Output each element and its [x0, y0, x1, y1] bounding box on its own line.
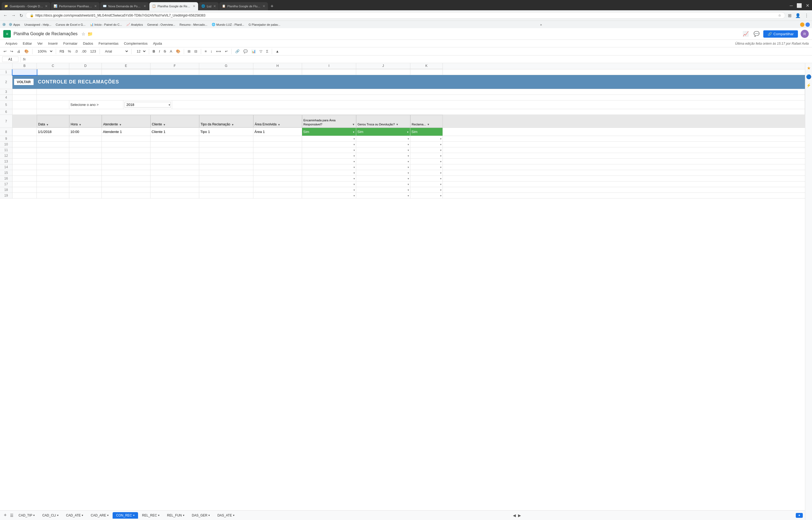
col-header-atendente[interactable]: Atendente ▼ — [102, 115, 150, 128]
filter-button[interactable]: ▽ — [258, 49, 263, 54]
menu-ferramentas[interactable]: Ferramentas — [96, 41, 121, 47]
font-size-select[interactable]: 12 — [134, 48, 147, 54]
menu-editar[interactable]: Editar — [21, 41, 34, 47]
minimize-button[interactable]: ─ — [789, 2, 794, 9]
col-header-troca[interactable]: Gerou Troca ou Devolução? ▼ — [356, 115, 410, 128]
tab-luz[interactable]: 🌐 Luz ✕ — [199, 2, 219, 10]
tab-close-performance[interactable]: ✕ — [94, 4, 97, 8]
filter-icon-reclamacao[interactable]: ▼ — [427, 123, 430, 126]
decimal1-button[interactable]: .0 — [73, 49, 79, 54]
address-bar[interactable]: 🔒 https://docs.google.com/spreadsheets/d… — [26, 12, 785, 19]
comment-icon-button[interactable]: 💬 — [752, 30, 761, 38]
cell-b3[interactable] — [12, 89, 37, 95]
cell-year-value[interactable]: 2018 ▾ — [123, 101, 172, 109]
sheet-tab-cad-are[interactable]: CAD_ARE ▾ — [87, 512, 112, 519]
cell-rest-5[interactable] — [172, 101, 805, 109]
col-header-d[interactable]: D — [69, 63, 102, 69]
paint-format-button[interactable]: 🎨 — [23, 49, 30, 54]
col-header-data[interactable]: Data ▼ — [37, 115, 69, 128]
dropdown-j9[interactable]: ▾ — [408, 137, 409, 140]
tab-close-nova-demanda[interactable]: ✕ — [143, 4, 146, 8]
sheet-scroll-area[interactable]: 1 2 VOLTAR — [0, 69, 805, 510]
formula-input[interactable] — [27, 57, 810, 62]
cell-encaminhada[interactable]: Sim ▾ — [302, 128, 356, 136]
cell-cliente[interactable]: Cliente 1 — [150, 128, 199, 136]
filter-icon-cliente[interactable]: ▼ — [163, 123, 166, 126]
cell-rest-3[interactable] — [37, 89, 805, 95]
cell-c9[interactable] — [37, 136, 69, 141]
tab-planilha-reclamacoes[interactable]: 📋 Planilha Google de Reclam... ✕ — [149, 2, 198, 10]
merge-button[interactable]: ⊟ — [193, 49, 199, 54]
menu-formatar[interactable]: Formatar — [61, 41, 80, 47]
col-header-encaminhada[interactable]: Encaminhada para Área Responsável? ▼ — [302, 115, 356, 128]
cell-j1[interactable] — [356, 69, 410, 75]
star-doc-button[interactable]: ☆ — [82, 31, 85, 36]
col-header-g[interactable]: G — [199, 63, 253, 69]
sheet-tab-cad-ate[interactable]: CAD_ATE ▾ — [62, 512, 87, 519]
sheet-tab-rel-rec[interactable]: REL_REC ▾ — [139, 512, 163, 519]
cell-hora[interactable]: 10:00 — [69, 128, 102, 136]
filter-icon-encaminhada[interactable]: ▼ — [352, 123, 355, 126]
menu-dados[interactable]: Dados — [81, 41, 95, 47]
menu-button[interactable]: ⋮ — [803, 12, 810, 19]
cell-b4[interactable] — [12, 95, 37, 101]
cell-rest-6[interactable] — [37, 109, 805, 115]
filter-icon-troca[interactable]: ▼ — [396, 123, 399, 126]
align-h-button[interactable]: ≡ — [203, 49, 208, 54]
bookmark-inicio[interactable]: 📊 Início - Painel do C... — [88, 22, 124, 27]
menu-ajuda[interactable]: Ajuda — [151, 41, 164, 47]
cell-f1[interactable] — [150, 69, 199, 75]
sheet-tab-cad-tip[interactable]: CAD_TIP ▾ — [15, 512, 38, 519]
dropdown-i9[interactable]: ▾ — [354, 137, 355, 140]
col-header-area[interactable]: Área Envolvida ▼ — [253, 115, 302, 128]
menu-ver[interactable]: Ver — [35, 41, 45, 47]
cell-b7[interactable] — [12, 115, 37, 128]
col-header-tipo[interactable]: Tipo da Reclamação ▼ — [199, 115, 253, 128]
back-button[interactable]: ← — [2, 12, 9, 19]
chart-button[interactable]: 📊 — [250, 49, 257, 54]
year-selector[interactable]: 2018 — [124, 102, 171, 107]
undo-button[interactable]: ↩ — [2, 49, 8, 54]
strikethrough-button[interactable]: S — [162, 49, 168, 54]
sheet-tab-das-ate[interactable]: DAS_ATE ▾ — [214, 512, 238, 519]
link-button[interactable]: 🔗 — [234, 49, 241, 54]
cell-h9[interactable] — [253, 136, 302, 141]
cell-h1[interactable] — [253, 69, 302, 75]
percent-button[interactable]: % — [66, 49, 73, 54]
bold-button[interactable]: B — [151, 49, 157, 54]
wrap-button[interactable]: ↵ — [224, 49, 229, 54]
col-header-reclamacao[interactable]: Reclama... ▼ — [410, 115, 443, 128]
col-header-cliente[interactable]: Cliente ▼ — [150, 115, 199, 128]
align-center-button[interactable]: ⟺ — [215, 49, 223, 54]
encaminhada-dropdown-arrow[interactable]: ▾ — [353, 130, 354, 133]
col-header-j[interactable]: J — [356, 63, 410, 69]
borders-button[interactable]: ⊞ — [186, 49, 192, 54]
cell-e1[interactable] — [102, 69, 150, 75]
new-tab-button[interactable]: + — [269, 2, 276, 10]
col-header-f[interactable]: F — [150, 63, 199, 69]
font-select[interactable]: Arial — [102, 48, 129, 54]
tab-fluxo[interactable]: 📋 Planilha Google de Fluxo d... ✕ — [219, 2, 268, 10]
bookmark-mundo-luz[interactable]: 🌐 Mundo LUZ - Planil... — [210, 22, 246, 27]
cell-k1[interactable] — [410, 69, 443, 75]
filter-icon-atendente[interactable]: ▼ — [119, 123, 122, 126]
cell-rest-4[interactable] — [37, 95, 805, 101]
align-v-button[interactable]: ↕ — [209, 49, 214, 54]
profile-button[interactable]: 👤 — [794, 12, 802, 19]
sheet-scroll-left[interactable]: ◀ — [512, 513, 516, 518]
user-avatar[interactable]: R — [801, 30, 809, 38]
bookmark-planejador[interactable]: G Planejador de palav... — [247, 23, 282, 27]
cell-d1[interactable] — [69, 69, 102, 75]
bookmark-cursos[interactable]: Cursos de Excel e G... — [54, 23, 87, 27]
filter-icon-area[interactable]: ▼ — [278, 123, 280, 126]
sidebar-icon-1[interactable]: ★ — [806, 65, 811, 71]
cell-b1[interactable] — [12, 69, 37, 75]
tab-performance[interactable]: 📊 Performance Planilhas - Go... ✕ — [51, 2, 100, 10]
menu-complementos[interactable]: Complementos — [122, 41, 150, 47]
cell-i9[interactable]: ▾ — [302, 136, 356, 141]
bookmark-resumo[interactable]: Resumo - Mercado... — [178, 23, 209, 27]
col-header-k[interactable]: K — [410, 63, 443, 69]
bookmark-unassigned[interactable]: Unassigned - Help... — [23, 23, 53, 27]
cell-c5[interactable] — [37, 101, 69, 109]
tab-close-guestposts[interactable]: ✕ — [45, 4, 48, 8]
